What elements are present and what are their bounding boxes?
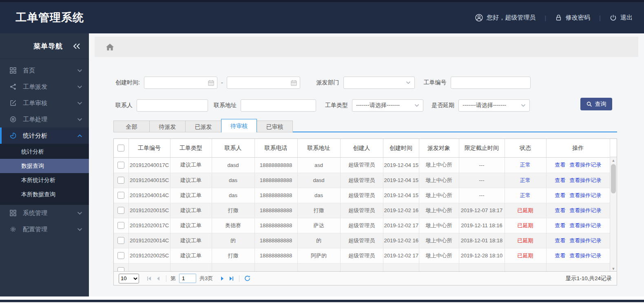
- created-time-start-field: [144, 77, 217, 89]
- column-header: 工单类型: [170, 139, 212, 158]
- first-page-button[interactable]: [145, 274, 154, 283]
- sidebar-item-statistics[interactable]: 统计分析: [0, 127, 89, 144]
- chevron-down-icon: [521, 104, 526, 107]
- column-header: 状态: [505, 139, 546, 158]
- view-link[interactable]: 查看: [555, 162, 565, 168]
- table-row: 201912020025C建议工单打撒18888888888阿萨的超级管理员20…: [114, 248, 610, 263]
- sidebar-collapse-icon[interactable]: [73, 43, 81, 49]
- page-size-select[interactable]: 10: [119, 274, 139, 283]
- status-badge: 已延期: [518, 207, 533, 213]
- order-no-input[interactable]: [451, 77, 530, 88]
- dispatch-dept-select[interactable]: [343, 77, 415, 89]
- column-header: 创建时间: [383, 139, 419, 158]
- view-link[interactable]: 查看: [555, 207, 565, 213]
- calendar-icon[interactable]: [208, 80, 214, 86]
- user-icon: [475, 14, 483, 22]
- chevron-down-icon: [77, 85, 82, 89]
- view-link[interactable]: 查看: [555, 177, 565, 183]
- created-time-label: 创建时间:: [115, 79, 140, 86]
- lock-icon: [555, 14, 562, 21]
- row-checkbox[interactable]: [117, 222, 124, 229]
- logout-button[interactable]: 退出: [610, 14, 633, 22]
- view-link[interactable]: 查看: [555, 222, 565, 228]
- query-button[interactable]: 查询: [580, 98, 612, 110]
- header-divider: |: [599, 14, 601, 21]
- table-row: 201912020017C建议工单奥德赛18888888888萨达超级管理员20…: [114, 218, 610, 233]
- scroll-thumb[interactable]: [611, 164, 616, 193]
- view-log-link[interactable]: 查看操作记录: [569, 222, 601, 228]
- table-row: 201912040015C建议工单das18888888888dasd超级管理员…: [114, 173, 610, 188]
- order-type-placeholder: -------请选择-------: [356, 102, 400, 109]
- power-icon: [610, 14, 617, 21]
- chevron-down-icon: [414, 104, 419, 107]
- tab-4[interactable]: 已审核: [257, 121, 293, 132]
- created-time-end-input[interactable]: [227, 77, 300, 88]
- delay-select[interactable]: -------请选择-------: [458, 99, 530, 112]
- sidebar-item-home[interactable]: 首页: [0, 62, 89, 79]
- tab-1[interactable]: 待派发: [149, 121, 185, 132]
- sidebar-item-review[interactable]: 工单审核: [0, 95, 89, 111]
- row-checkbox[interactable]: [117, 162, 124, 169]
- row-checkbox[interactable]: [117, 252, 124, 259]
- orders-table: 工单编号工单类型联系人联系电话联系地址创建人创建时间派发对象限定截止时间状态操作…: [113, 138, 617, 285]
- view-log-link[interactable]: 查看操作记录: [569, 253, 601, 259]
- row-checkbox[interactable]: [117, 177, 124, 184]
- tab-0[interactable]: 全部: [113, 121, 149, 132]
- row-checkbox[interactable]: [117, 207, 124, 214]
- calendar-icon[interactable]: [291, 80, 297, 86]
- view-log-link[interactable]: 查看操作记录: [569, 192, 601, 198]
- view-log-link[interactable]: 查看操作记录: [569, 237, 601, 244]
- view-log-link[interactable]: 查看操作记录: [569, 177, 601, 183]
- change-password-button[interactable]: 修改密码: [555, 14, 590, 22]
- view-link[interactable]: 查看: [555, 237, 565, 244]
- tab-3[interactable]: 待审核: [221, 119, 257, 132]
- refresh-button[interactable]: [243, 274, 252, 283]
- sidebar-item-process[interactable]: 工单处理: [0, 111, 89, 127]
- next-page-button[interactable]: [218, 274, 227, 283]
- order-no-field: [451, 77, 531, 89]
- scroll-down-arrow[interactable]: ▼: [610, 266, 617, 272]
- query-button-label: 查询: [595, 101, 606, 108]
- prev-page-button[interactable]: [154, 274, 163, 283]
- process-icon: [10, 116, 17, 123]
- table-scrollbar[interactable]: ▲ ▼: [610, 157, 617, 272]
- pie-chart-icon: [10, 132, 17, 139]
- view-log-link[interactable]: 查看操作记录: [569, 207, 601, 213]
- header-divider: |: [544, 14, 546, 21]
- address-input[interactable]: [241, 100, 316, 111]
- view-link[interactable]: 查看: [555, 253, 565, 259]
- page-number-input[interactable]: [179, 274, 196, 283]
- user-greeting[interactable]: 您好，超级管理员: [475, 14, 536, 22]
- scroll-up-arrow[interactable]: ▲: [610, 157, 617, 163]
- search-icon: [586, 101, 592, 107]
- row-checkbox[interactable]: [117, 237, 124, 244]
- view-link[interactable]: 查看: [555, 192, 565, 198]
- filter-row-2: 联系人 联系地址 工单类型 -------请选择------- 是否延期 ---…: [115, 99, 530, 112]
- date-range-separator: -: [221, 79, 223, 86]
- row-checkbox[interactable]: [117, 192, 124, 199]
- delay-label: 是否延期: [432, 102, 454, 109]
- sidebar-title: 菜单导航: [33, 42, 63, 51]
- last-page-button[interactable]: [227, 274, 236, 283]
- select-all-checkbox[interactable]: [117, 145, 124, 152]
- sidebar-subitem-data-query[interactable]: 数据查询: [0, 159, 89, 173]
- view-log-link[interactable]: 查看操作记录: [569, 162, 601, 168]
- sidebar-subitem-branch-data-query[interactable]: 本所数据查询: [0, 187, 89, 202]
- contact-field: [137, 99, 208, 112]
- sidebar-item-system[interactable]: 系统管理: [0, 205, 89, 221]
- created-time-start-input[interactable]: [144, 77, 217, 88]
- order-type-select[interactable]: -------请选择-------: [352, 99, 423, 112]
- sidebar-subitem-stat-analysis[interactable]: 统计分析: [0, 145, 89, 159]
- sidebar-nav: 首页工单派发工单审核工单处理统计分析统计分析数据查询本所统计分析本所数据查询系统…: [0, 62, 89, 237]
- column-header: 联系电话: [255, 139, 297, 158]
- sidebar-item-config[interactable]: 配置管理: [0, 221, 89, 237]
- logout-label: 退出: [620, 14, 633, 22]
- column-header: 操作: [546, 139, 610, 158]
- records-summary: 显示1-10,共24记录: [566, 275, 612, 282]
- pagination-divider: [166, 275, 166, 282]
- sidebar-subitem-branch-stat-analysis[interactable]: 本所统计分析: [0, 173, 89, 187]
- tab-2[interactable]: 已派发: [185, 121, 221, 132]
- home-icon[interactable]: [106, 44, 114, 50]
- sidebar-item-dispatch[interactable]: 工单派发: [0, 79, 89, 95]
- contact-input[interactable]: [137, 100, 208, 111]
